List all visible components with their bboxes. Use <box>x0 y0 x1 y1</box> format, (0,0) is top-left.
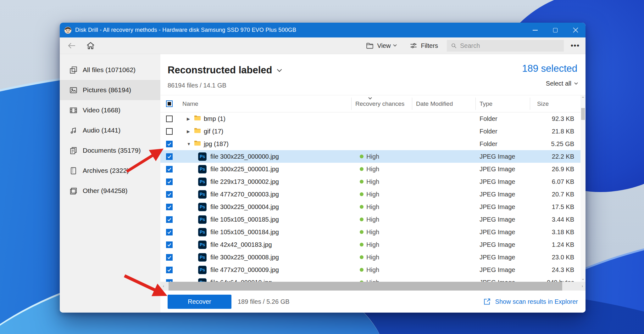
sidebar-item-video[interactable]: Video (1668) <box>60 100 160 120</box>
scroll-left-icon[interactable]: ‹ <box>160 283 167 289</box>
row-checkbox[interactable] <box>166 191 173 198</box>
select-all-checkbox[interactable] <box>160 95 178 112</box>
select-all-dropdown[interactable]: Select all <box>546 80 577 87</box>
header-checkbox-indeterminate[interactable] <box>166 100 173 107</box>
home-button[interactable] <box>85 41 96 50</box>
table-row[interactable]: ▶bmp (1)Folder92.3 KB <box>160 112 580 125</box>
filters-button[interactable]: Filters <box>409 42 438 50</box>
row-checkbox[interactable] <box>166 254 173 261</box>
table-row[interactable]: Psfile 64x64_000010.jpgHighJPEG Image949… <box>160 276 580 282</box>
ellipsis-icon: ••• <box>571 42 580 49</box>
file-name: file 300x225_000001.jpg <box>210 166 279 173</box>
chevron-down-icon <box>574 81 578 84</box>
row-checkbox[interactable] <box>166 153 173 160</box>
main-panel: Reconstructed labeled 86194 files / 14.1… <box>160 54 586 313</box>
other-icon <box>69 187 78 195</box>
expand-icon[interactable]: ▶ <box>187 129 192 134</box>
more-options-button[interactable]: ••• <box>571 42 580 50</box>
file-size: 26.9 KB <box>530 166 580 173</box>
row-checkbox[interactable] <box>166 141 173 147</box>
row-checkbox[interactable] <box>166 166 173 173</box>
column-header-size[interactable]: Size <box>530 95 580 112</box>
row-checkbox[interactable] <box>166 128 173 135</box>
row-checkbox[interactable] <box>166 241 173 248</box>
row-checkbox[interactable] <box>166 116 173 122</box>
scroll-right-icon[interactable]: › <box>579 283 586 289</box>
chevron-down-icon <box>393 43 397 47</box>
recovery-high-dot <box>360 230 364 234</box>
selected-count: 189 selected <box>522 63 577 74</box>
table-row[interactable]: Psfile 477x270_000003.jpgHighJPEG Image2… <box>160 188 580 201</box>
sidebar-item-archives[interactable]: Archives (2322) <box>60 161 160 181</box>
view-dropdown[interactable]: View <box>366 42 396 50</box>
file-type: JPEG Image <box>475 178 530 185</box>
row-checkbox[interactable] <box>166 279 173 282</box>
maximize-button[interactable] <box>545 23 565 37</box>
table-row[interactable]: Psfile 300x225_000004.jpgHighJPEG Image1… <box>160 201 580 213</box>
table-row[interactable]: ▼jpg (187)Folder5.25 GB <box>160 138 580 150</box>
back-arrow-icon <box>67 41 76 50</box>
photoshop-file-icon: Ps <box>198 278 207 282</box>
vertical-scrollbar[interactable]: ⌃ ⌄ <box>580 95 586 282</box>
column-header-name[interactable]: Name <box>178 95 351 112</box>
table-row[interactable]: Psfile 105x105_000184.jpgHighJPEG Image3… <box>160 226 580 238</box>
file-type: JPEG Image <box>475 191 530 198</box>
desktop-wallpaper: Disk Drill - All recovery methods - Hard… <box>0 0 644 334</box>
sidebar-item-pictures[interactable]: Pictures (86194) <box>60 80 160 100</box>
file-name: file 300x225_000000.jpg <box>210 153 279 160</box>
close-icon <box>573 27 578 33</box>
row-checkbox[interactable] <box>166 216 173 223</box>
collapse-icon[interactable]: ▼ <box>187 142 192 146</box>
horizontal-scroll-thumb[interactable] <box>169 282 562 291</box>
file-type: JPEG Image <box>475 279 530 282</box>
vertical-scroll-thumb[interactable] <box>581 108 585 120</box>
column-header-recovery-chances[interactable]: Recovery chances <box>351 95 412 112</box>
column-header-date-modified[interactable]: Date Modified <box>412 95 475 112</box>
table-row[interactable]: Psfile 229x173_000002.jpgHighJPEG Image6… <box>160 175 580 188</box>
column-header-type[interactable]: Type <box>475 95 530 112</box>
sidebar-item-other[interactable]: Other (944258) <box>60 181 160 201</box>
file-name: file 477x270_000009.jpg <box>210 266 279 274</box>
show-in-explorer-link[interactable]: Show scan results in Explorer <box>483 297 578 306</box>
row-checkbox[interactable] <box>166 229 173 235</box>
table-row[interactable]: Psfile 105x105_000185.jpgHighJPEG Image3… <box>160 213 580 226</box>
recovery-high-dot <box>360 255 364 259</box>
file-size: 21.8 KB <box>530 128 580 135</box>
file-type: JPEG Image <box>475 241 530 248</box>
group-dropdown[interactable]: Reconstructed labeled <box>168 65 281 76</box>
table-row[interactable]: ▶gif (17)Folder21.8 KB <box>160 125 580 138</box>
sidebar-item-documents[interactable]: Documents (35179) <box>60 140 160 161</box>
file-size: 3.18 KB <box>530 229 580 236</box>
scroll-down-icon[interactable]: ⌄ <box>581 275 585 282</box>
table-row[interactable]: Psfile 300x225_000001.jpgHighJPEG Image2… <box>160 163 580 175</box>
close-button[interactable] <box>565 23 586 37</box>
row-checkbox[interactable] <box>166 267 173 273</box>
scroll-up-icon[interactable]: ⌃ <box>581 95 585 102</box>
minimize-button[interactable] <box>525 23 545 37</box>
recovery-high-dot <box>360 218 364 221</box>
recover-button[interactable]: Recover <box>168 295 231 309</box>
row-checkbox[interactable] <box>166 204 173 210</box>
table-row[interactable]: Psfile 477x270_000009.jpgHighJPEG Image2… <box>160 263 580 276</box>
table-row[interactable]: Psfile 300x225_000000.jpgHighJPEG Image2… <box>160 150 580 163</box>
file-name: file 105x105_000184.jpg <box>210 229 279 236</box>
table-row[interactable]: Psfile 300x225_000008.jpgHighJPEG Image2… <box>160 251 580 263</box>
recovery-high-dot <box>360 180 364 184</box>
recovery-label: High <box>366 203 379 211</box>
search-box[interactable] <box>447 40 564 52</box>
video-icon <box>69 106 78 115</box>
row-checkbox[interactable] <box>166 178 173 185</box>
photoshop-file-icon: Ps <box>198 178 207 186</box>
back-button[interactable] <box>66 41 77 50</box>
search-input[interactable] <box>460 42 560 49</box>
expand-icon[interactable]: ▶ <box>187 116 192 121</box>
window-controls <box>525 23 586 37</box>
table-row[interactable]: Psfile 42x42_000183.jpgHighJPEG Image1.2… <box>160 238 580 251</box>
view-folder-icon <box>366 42 374 50</box>
horizontal-scrollbar[interactable]: ‹ › <box>160 282 586 291</box>
sidebar-item-all-files[interactable]: All files (1071062) <box>60 60 160 80</box>
group-title: Reconstructed labeled <box>168 65 272 76</box>
selection-summary: 189 files / 5.26 GB <box>238 298 290 305</box>
recovery-label: High <box>366 229 379 236</box>
sidebar-item-audio[interactable]: Audio (1441) <box>60 120 160 140</box>
